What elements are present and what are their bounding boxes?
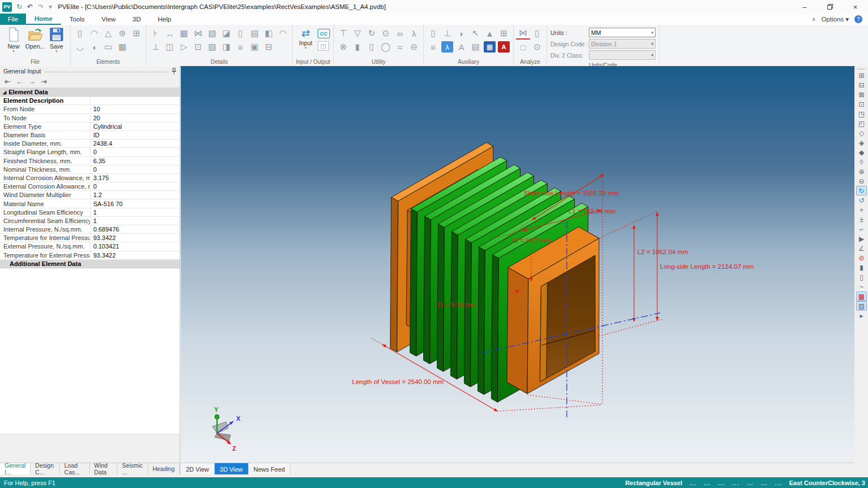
lifting-lug-icon[interactable]: ◨ <box>219 41 233 53</box>
units-select[interactable]: MM▾ <box>589 28 656 37</box>
bolt-lookup-icon[interactable]: ⊤ <box>336 27 350 40</box>
orbit-icon[interactable]: ↻ <box>856 186 867 195</box>
panel-tab-design-c-[interactable]: Design C... <box>31 463 60 474</box>
bottom-view-icon[interactable]: ◰ <box>856 119 867 128</box>
row-value-field[interactable]: SA-516 70 <box>90 201 180 207</box>
tubesheet-icon[interactable]: ▦ <box>177 27 191 40</box>
zoom-2d-icon[interactable]: ⊙ <box>379 27 393 40</box>
row-value-field[interactable]: 0 <box>90 183 180 190</box>
torispherical-head-icon[interactable]: ◡ <box>73 41 87 53</box>
analysis-error-check-icon[interactable]: ⋈ <box>516 27 530 40</box>
tank-icon[interactable]: ⊖ <box>407 41 421 53</box>
qat-customize-icon[interactable]: ▾ <box>49 3 52 11</box>
3d-viewport[interactable]: Short-side Length = 1565.28 mm L1 = 782.… <box>181 66 854 463</box>
panel-tab-seismic-[interactable]: Seismic ... <box>118 463 148 474</box>
more-options-icon[interactable]: ▸ <box>856 311 867 320</box>
body-flange-icon[interactable]: ⊛ <box>115 27 129 40</box>
nozzle-icon[interactable]: ↔ <box>163 27 177 40</box>
leg-support-icon[interactable]: ◫ <box>163 41 177 53</box>
row-value-field[interactable]: 93.3422 <box>90 252 180 259</box>
save-dropdown-caret[interactable]: ▾ <box>55 50 58 53</box>
side-view-icon[interactable]: ⊠ <box>856 90 867 99</box>
grid-section-header[interactable]: Additional Element Data <box>0 260 180 268</box>
sync-icon[interactable]: ↻ <box>16 3 22 11</box>
zoom-in-icon[interactable]: ⊕ <box>856 167 867 176</box>
panel-tab-wind-data[interactable]: Wind Data <box>90 463 118 474</box>
row-value-field[interactable]: 0.689476 <box>90 226 180 233</box>
iso-view-icon[interactable]: ⊞ <box>856 71 867 80</box>
view-tab-2d-view[interactable]: 2D View <box>181 463 215 475</box>
select-region-icon[interactable]: ⌐ <box>856 224 867 234</box>
input-button[interactable]: ⇄ Input ▾ <box>296 27 315 51</box>
row-value-field[interactable]: 3.175 <box>90 175 180 181</box>
drum-icon[interactable]: ▮ <box>350 41 364 53</box>
pdf-export-icon[interactable]: A <box>498 41 510 53</box>
shaded-view-icon[interactable]: ▩ <box>856 291 867 301</box>
tab-tools[interactable]: Tools <box>61 14 93 25</box>
cylinder-element-icon[interactable]: ▯ <box>73 27 87 40</box>
row-value-field[interactable]: 6.35 <box>90 158 180 164</box>
show-outline-icon[interactable]: ▯ <box>856 272 867 282</box>
spin-axis-icon[interactable]: ↺ <box>856 195 867 205</box>
heavy-nozzle-icon[interactable]: ▧ <box>205 27 219 40</box>
row-value-field[interactable]: 1 <box>90 209 180 216</box>
show-cylinder-icon[interactable]: ▮ <box>856 263 867 272</box>
open-button[interactable]: Open... <box>26 27 44 53</box>
hemispherical-head-icon[interactable]: ◖ <box>87 41 101 53</box>
elliptical-head-icon[interactable]: ◠ <box>87 27 101 40</box>
new-report-icon[interactable]: ▯ <box>530 27 544 40</box>
row-value-field[interactable]: 93.3422 <box>90 234 180 241</box>
row-value-field[interactable]: 0.103421 <box>90 243 180 250</box>
brace-icon[interactable]: ▷ <box>177 41 191 53</box>
platform-icon[interactable]: ≡ <box>233 41 248 53</box>
anchor-plate-icon[interactable]: ⊥ <box>440 27 454 40</box>
insert-plate-icon[interactable]: ◪ <box>219 27 233 40</box>
tab-home[interactable]: Home <box>26 14 61 25</box>
rotate-view-icon[interactable]: ↻ <box>364 27 379 40</box>
measure-icon[interactable]: ∠ <box>856 243 867 253</box>
pin-icon[interactable] <box>172 68 176 75</box>
row-value-field[interactable]: 2438.4 <box>90 140 180 147</box>
tab-file[interactable]: File <box>0 14 26 25</box>
cc-check-icon[interactable]: CC <box>318 29 330 38</box>
go-first-icon[interactable]: ⇤ <box>5 77 11 86</box>
help-icon[interactable]: ? <box>854 15 862 23</box>
weld-detail-icon[interactable]: ▨ <box>205 41 219 53</box>
jacket-icon[interactable]: ▯ <box>233 27 248 40</box>
spline-icon[interactable]: ~ <box>856 282 867 291</box>
search-results-icon[interactable]: ⊙ <box>530 41 544 53</box>
row-value-field[interactable]: ID <box>90 132 180 138</box>
zoom-out-icon[interactable]: ⊖ <box>856 176 867 186</box>
weight-icon[interactable]: ▣ <box>248 41 262 53</box>
panel-tab-general-i-[interactable]: General I... <box>0 463 31 474</box>
shell-course-icon[interactable]: ▯ <box>364 41 379 53</box>
notes-icon[interactable]: ≡ <box>426 41 440 53</box>
tab-3d[interactable]: 3D <box>124 14 150 25</box>
panel-tab-load-cas-[interactable]: Load Cas... <box>60 463 90 474</box>
stiffening-ring-icon[interactable]: ⊦ <box>149 27 163 40</box>
view-tab-3d-view[interactable]: 3D View <box>215 463 249 475</box>
ship-icon[interactable]: ◗ <box>454 27 468 40</box>
binary-data-icon[interactable]: ⊞ <box>497 27 511 40</box>
tab-help[interactable]: Help <box>149 14 180 25</box>
go-next-icon[interactable]: → <box>28 77 36 86</box>
hopper-icon[interactable]: ▽ <box>350 27 364 40</box>
minimize-button[interactable]: – <box>792 0 817 14</box>
rotate-y-icon[interactable]: ◈ <box>856 138 867 147</box>
skirt-support-icon[interactable]: ▦ <box>115 41 129 53</box>
select-arrow-icon[interactable]: ▶ <box>856 234 867 243</box>
free-rotate-icon[interactable]: ◊ <box>856 157 867 167</box>
undo-icon[interactable]: ↶ <box>27 3 33 11</box>
saddle-icon[interactable]: ⋈ <box>191 27 205 40</box>
app-icon[interactable]: PV <box>2 2 12 12</box>
checklist-icon[interactable]: ▤ <box>468 41 483 53</box>
lambda-tool-icon[interactable]: λ <box>407 27 421 40</box>
save-button[interactable]: Save ▾ <box>47 27 66 53</box>
conical-element-icon[interactable]: △ <box>101 27 115 40</box>
derrick-icon[interactable]: ▲ <box>483 27 497 40</box>
section-grid-icon[interactable]: ⊞ <box>129 27 144 40</box>
rotate-z-icon[interactable]: ◆ <box>856 147 867 157</box>
top-view-icon[interactable]: ⊡ <box>856 99 867 109</box>
linkage-icon[interactable]: ∞ <box>393 27 407 40</box>
row-value-field[interactable]: Cylindrical <box>90 123 180 130</box>
